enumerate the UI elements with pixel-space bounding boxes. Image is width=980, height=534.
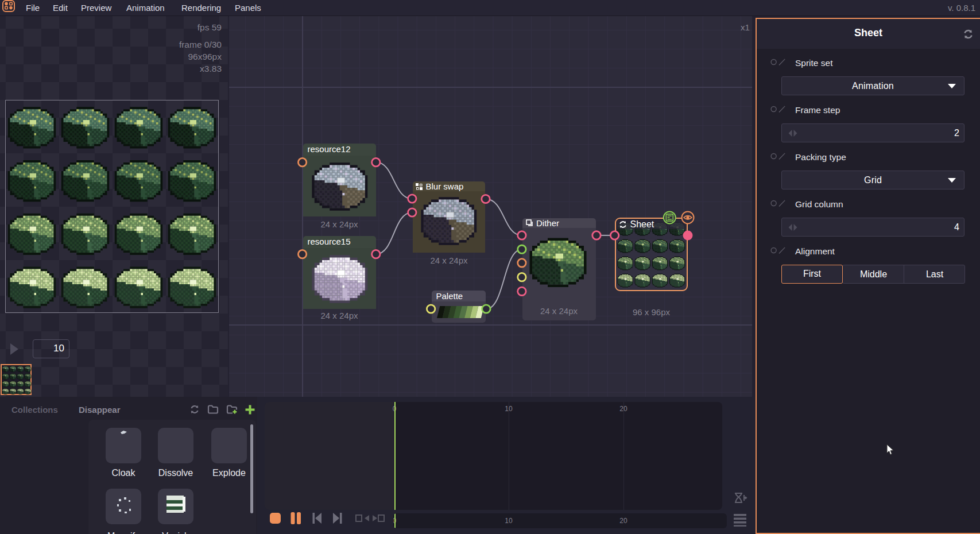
svg-text:x1: x1	[741, 22, 750, 32]
